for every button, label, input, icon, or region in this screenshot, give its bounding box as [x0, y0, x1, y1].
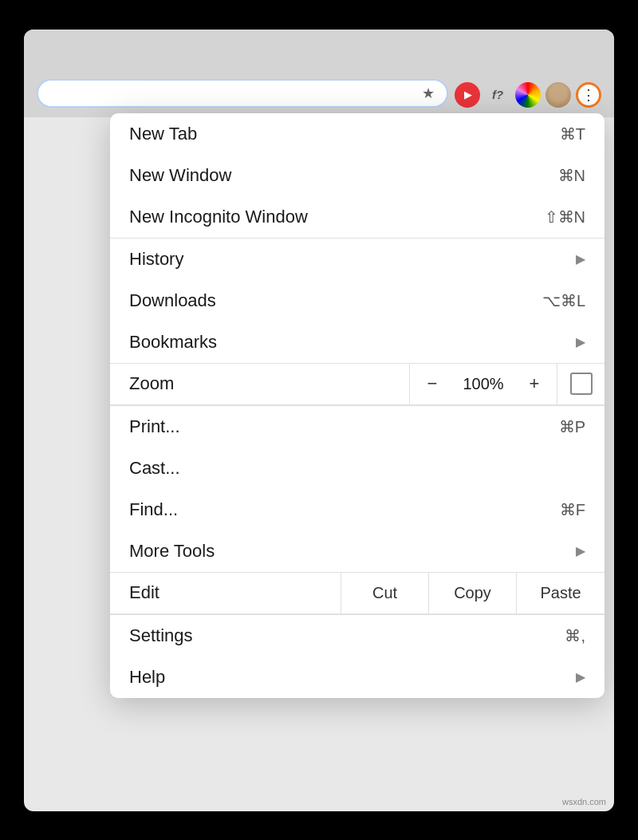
menu-section-edit: Edit Cut Copy Paste [110, 573, 605, 615]
zoom-controls: − 100% + [409, 364, 557, 404]
toolbar-icons: ▶ f? ⋮ [455, 82, 601, 108]
menu-item-more-tools[interactable]: More Tools ▶ [110, 530, 605, 572]
help-arrow-icon: ▶ [576, 669, 585, 684]
menu-item-print[interactable]: Print... ⌘P [110, 406, 605, 448]
edit-row: Edit Cut Copy Paste [110, 573, 605, 614]
watermark: wsxdn.com [562, 797, 606, 806]
fullscreen-button[interactable] [557, 364, 605, 404]
downloads-label: Downloads [129, 290, 216, 311]
paste-button[interactable]: Paste [517, 573, 605, 613]
find-label: Find... [129, 499, 178, 520]
edit-buttons: Cut Copy Paste [341, 573, 605, 613]
chrome-dropdown-menu: New Tab ⌘T New Window ⌘N New Incognito W… [110, 113, 605, 698]
menu-item-find[interactable]: Find... ⌘F [110, 489, 605, 530]
avatar-icon[interactable] [545, 82, 571, 108]
incognito-shortcut: ⇧⌘N [545, 207, 585, 227]
print-shortcut: ⌘P [559, 417, 585, 436]
incognito-label: New Incognito Window [129, 207, 308, 227]
avatar-image [545, 82, 571, 108]
menu-item-history[interactable]: History ▶ [110, 239, 605, 280]
menu-item-new-window[interactable]: New Window ⌘N [110, 155, 605, 196]
settings-shortcut: ⌘, [565, 626, 585, 645]
pomodoro-icon[interactable]: ▶ [455, 82, 480, 108]
color-picker-icon[interactable] [515, 82, 541, 108]
menu-item-incognito[interactable]: New Incognito Window ⇧⌘N [110, 196, 605, 238]
menu-section-tools: Print... ⌘P Cast... Find... ⌘F More Tool… [110, 406, 605, 573]
zoom-value: 100% [455, 375, 512, 393]
history-arrow-icon: ▶ [576, 251, 585, 266]
cast-label: Cast... [129, 458, 180, 479]
more-tools-label: More Tools [129, 541, 215, 562]
browser-frame: ★ ▶ f? ⋮ New Tab ⌘T New Window ⌘N New In… [24, 30, 614, 811]
font-icon[interactable]: f? [485, 82, 510, 108]
more-tools-arrow-icon: ▶ [576, 543, 585, 558]
downloads-shortcut: ⌥⌘L [542, 291, 585, 310]
address-bar[interactable]: ★ [37, 79, 448, 108]
browser-toolbar: ★ ▶ f? ⋮ [24, 30, 614, 117]
menu-item-new-tab[interactable]: New Tab ⌘T [110, 113, 605, 155]
history-label: History [129, 249, 183, 270]
menu-item-bookmarks[interactable]: Bookmarks ▶ [110, 321, 605, 363]
edit-label: Edit [110, 582, 341, 603]
menu-item-downloads[interactable]: Downloads ⌥⌘L [110, 280, 605, 321]
cut-button[interactable]: Cut [341, 573, 429, 613]
zoom-row: Zoom − 100% + [110, 364, 605, 405]
menu-item-help[interactable]: Help ▶ [110, 657, 605, 698]
new-window-shortcut: ⌘N [558, 166, 585, 185]
print-label: Print... [129, 416, 180, 437]
new-tab-shortcut: ⌘T [560, 124, 585, 144]
copy-button[interactable]: Copy [429, 573, 517, 613]
help-label: Help [129, 667, 165, 688]
zoom-increase-button[interactable]: + [512, 364, 557, 404]
menu-section-settings: Settings ⌘, Help ▶ [110, 615, 605, 698]
bookmarks-arrow-icon: ▶ [576, 334, 585, 349]
menu-section-zoom: Zoom − 100% + [110, 364, 605, 406]
zoom-label: Zoom [110, 373, 409, 394]
menu-section-new: New Tab ⌘T New Window ⌘N New Incognito W… [110, 113, 605, 239]
bookmarks-label: Bookmarks [129, 332, 217, 353]
settings-label: Settings [129, 625, 193, 646]
menu-item-settings[interactable]: Settings ⌘, [110, 615, 605, 657]
new-tab-label: New Tab [129, 124, 197, 144]
fullscreen-icon [570, 373, 593, 395]
find-shortcut: ⌘F [560, 500, 585, 519]
bookmark-star-icon[interactable]: ★ [419, 85, 437, 102]
chrome-menu-icon[interactable]: ⋮ [576, 82, 601, 108]
zoom-decrease-button[interactable]: − [410, 364, 455, 404]
new-window-label: New Window [129, 165, 231, 186]
menu-item-cast[interactable]: Cast... [110, 448, 605, 489]
menu-section-nav: History ▶ Downloads ⌥⌘L Bookmarks ▶ [110, 239, 605, 364]
